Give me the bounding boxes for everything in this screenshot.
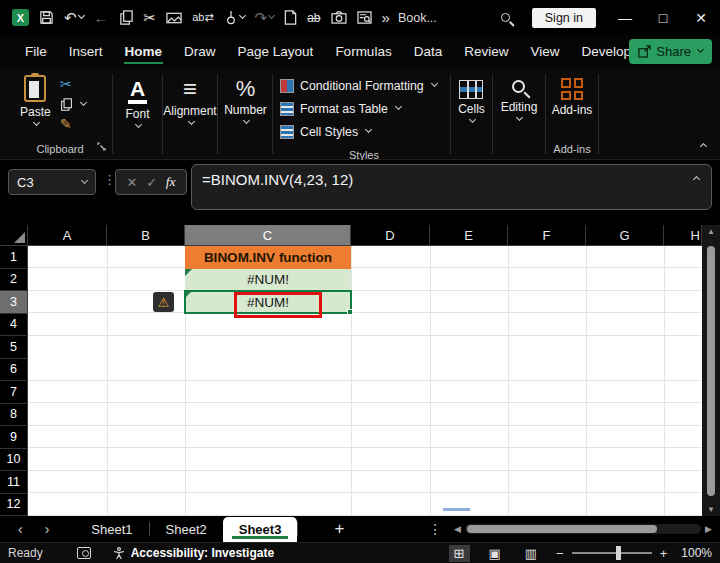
zoom-level[interactable]: 100% [681,546,712,560]
collapse-ribbon-chevron-icon[interactable] [699,133,706,151]
tab-review[interactable]: Review [453,37,519,66]
row-header-3[interactable]: 3 [0,291,28,314]
addins-button[interactable]: Add-ins [546,78,598,117]
accessibility-status[interactable]: Accessibility: Investigate [113,546,274,560]
cell-styles-button[interactable]: Cell Styles [280,120,448,143]
row-header-12[interactable]: 12 [0,494,28,517]
sign-in-button[interactable]: Sign in [532,8,596,28]
error-options-button[interactable]: ⚠ [153,292,174,312]
row-header-6[interactable]: 6 [0,359,28,382]
col-header-d[interactable]: D [351,225,430,245]
back-arrow-icon[interactable]: ← [94,10,109,25]
insert-function-icon[interactable]: fx [166,174,176,190]
new-file-icon[interactable] [284,10,297,25]
col-header-c[interactable]: C [185,225,351,245]
touch-mode-icon[interactable] [224,10,245,25]
prev-sheet-icon[interactable]: ‹ [18,521,23,537]
row-header-9[interactable]: 9 [0,426,28,449]
scroll-up-icon[interactable]: ▲ [707,227,715,236]
tab-file[interactable]: File [14,37,58,66]
editing-button[interactable]: Editing [501,80,538,160]
formula-bar-input[interactable]: =BINOM.INV(4,23, 12) [191,164,712,210]
macro-record-icon[interactable] [77,547,91,559]
page-break-view-icon[interactable]: ▥ [520,545,542,562]
print-preview-icon[interactable] [357,11,372,25]
col-header-g[interactable]: G [586,225,664,245]
more-commands-icon[interactable]: » [382,10,390,25]
strikethrough-icon[interactable]: ab [307,12,320,24]
paste-button[interactable]: Paste [20,75,51,127]
row-header-4[interactable]: 4 [0,314,28,337]
alignment-button[interactable]: ≡ Alignment [163,77,216,160]
normal-view-icon[interactable]: ⊞ [449,545,470,562]
camera-icon[interactable] [331,11,347,24]
format-as-table-button[interactable]: Format as Table [280,97,448,120]
sheet-tab-sheet1[interactable]: Sheet1 [75,516,148,542]
redo-icon[interactable]: ↷ [255,10,275,25]
zoom-in-button[interactable]: + [660,546,668,561]
zoom-out-button[interactable]: − [556,546,564,561]
font-button[interactable]: A Font [125,78,149,160]
cancel-entry-icon[interactable]: ✕ [126,175,137,190]
horizontal-scrollbar[interactable]: ◀ ▶ [454,521,712,537]
name-box-chevron-icon[interactable] [81,176,88,183]
tab-draw[interactable]: Draw [173,37,227,66]
excel-logo-icon[interactable]: X [12,9,29,26]
col-header-h[interactable]: H [664,225,702,245]
collapse-formula-bar-icon[interactable] [693,176,700,183]
horizontal-scroll-thumb[interactable] [467,525,657,533]
row-header-10[interactable]: 10 [0,449,28,472]
vertical-scrollbar[interactable]: ▲ ▼ [702,225,720,516]
tab-home[interactable]: Home [114,37,174,66]
scroll-down-icon[interactable]: ▼ [707,505,715,514]
save-icon[interactable] [39,10,54,25]
scroll-left-icon[interactable]: ◀ [454,524,461,534]
close-button[interactable]: ✕ [682,10,720,26]
row-header-7[interactable]: 7 [0,381,28,404]
share-button[interactable]: Share [629,39,712,64]
search-icon[interactable] [501,13,510,22]
sheet-tab-sheet2[interactable]: Sheet2 [150,516,223,542]
translate-icon[interactable]: ab⇄ [192,12,213,23]
row-header-1[interactable]: 1 [0,246,28,269]
new-sheet-button[interactable]: + [334,519,344,539]
number-button[interactable]: % Number [224,78,267,160]
zoom-slider[interactable] [572,552,652,554]
tab-data[interactable]: Data [403,37,454,66]
tab-page-layout[interactable]: Page Layout [227,37,325,66]
sheet-more-icon[interactable]: ⋮ [428,521,443,537]
sheet-cells[interactable] [28,246,702,516]
row-header-2[interactable]: 2 [0,269,28,292]
horizontal-scroll-track[interactable] [465,524,701,534]
name-box[interactable]: C3 [8,169,96,195]
paste-picture-icon[interactable] [166,11,182,25]
cell-c1[interactable]: BINOM.INV function [185,246,351,269]
zoom-slider-thumb[interactable] [616,546,621,560]
select-all-button[interactable] [0,225,28,245]
cells-button[interactable]: Cells [458,80,485,160]
copy-icon[interactable] [60,98,86,111]
cell-c3[interactable]: #NUM! [185,291,351,314]
confirm-entry-icon[interactable]: ✓ [146,175,157,190]
tab-view[interactable]: View [519,37,570,66]
row-header-8[interactable]: 8 [0,404,28,427]
minimize-button[interactable]: — [606,10,644,26]
col-header-e[interactable]: E [430,225,508,245]
col-header-f[interactable]: F [508,225,586,245]
cut-icon[interactable]: ✂ [60,76,72,93]
tab-formulas[interactable]: Formulas [324,37,402,66]
tab-insert[interactable]: Insert [58,37,114,66]
format-painter-icon[interactable]: ✎ [60,116,72,133]
col-header-a[interactable]: A [28,225,107,245]
copy-icon[interactable] [119,10,134,25]
col-header-b[interactable]: B [107,225,185,245]
cell-c2[interactable]: #NUM! [185,269,351,292]
sheet-tab-sheet3[interactable]: Sheet3 [223,517,298,542]
vertical-scroll-thumb[interactable] [707,246,715,496]
conditional-formatting-button[interactable]: Conditional Formatting [280,74,448,97]
cut-icon[interactable]: ✂ [144,10,157,25]
row-header-5[interactable]: 5 [0,336,28,359]
row-header-11[interactable]: 11 [0,471,28,494]
scroll-right-icon[interactable]: ▶ [705,524,712,534]
maximize-button[interactable]: □ [644,10,682,26]
